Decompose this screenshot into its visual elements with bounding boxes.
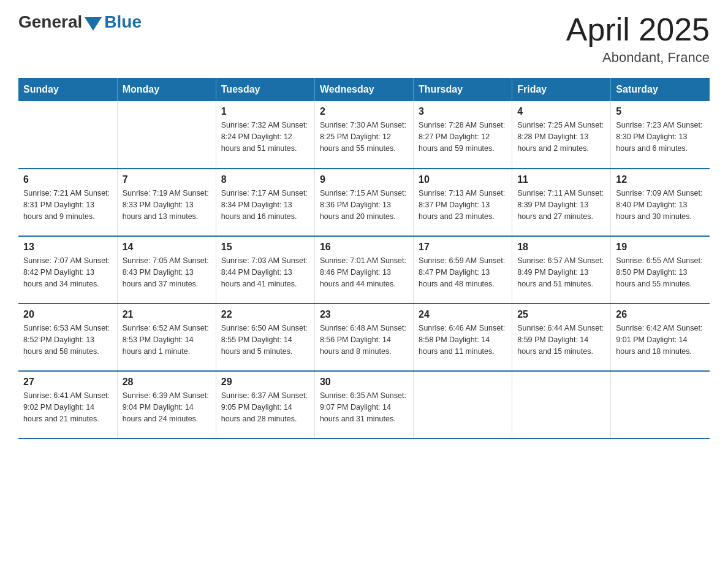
calendar-cell bbox=[414, 371, 512, 439]
calendar-cell: 20Sunrise: 6:53 AM Sunset: 8:52 PM Dayli… bbox=[18, 304, 117, 371]
calendar-cell: 7Sunrise: 7:19 AM Sunset: 8:33 PM Daylig… bbox=[117, 169, 216, 236]
calendar-cell: 2Sunrise: 7:30 AM Sunset: 8:25 PM Daylig… bbox=[314, 101, 413, 169]
day-info: Sunrise: 6:50 AM Sunset: 8:55 PM Dayligh… bbox=[221, 323, 309, 357]
day-info: Sunrise: 7:28 AM Sunset: 8:27 PM Dayligh… bbox=[419, 120, 507, 154]
day-number: 3 bbox=[419, 106, 507, 117]
calendar-cell: 29Sunrise: 6:37 AM Sunset: 9:05 PM Dayli… bbox=[216, 371, 314, 439]
calendar-cell: 1Sunrise: 7:32 AM Sunset: 8:24 PM Daylig… bbox=[216, 101, 314, 169]
column-header-saturday: Saturday bbox=[611, 78, 710, 101]
calendar-cell: 4Sunrise: 7:25 AM Sunset: 8:28 PM Daylig… bbox=[512, 101, 611, 169]
calendar-cell: 11Sunrise: 7:11 AM Sunset: 8:39 PM Dayli… bbox=[512, 169, 611, 236]
day-info: Sunrise: 6:39 AM Sunset: 9:04 PM Dayligh… bbox=[123, 390, 211, 424]
day-number: 27 bbox=[23, 377, 112, 388]
day-number: 7 bbox=[123, 174, 211, 185]
calendar-cell bbox=[18, 101, 117, 169]
calendar-cell bbox=[512, 371, 611, 439]
day-info: Sunrise: 6:35 AM Sunset: 9:07 PM Dayligh… bbox=[320, 390, 408, 424]
day-info: Sunrise: 7:01 AM Sunset: 8:46 PM Dayligh… bbox=[320, 255, 408, 289]
day-info: Sunrise: 7:13 AM Sunset: 8:37 PM Dayligh… bbox=[419, 188, 507, 222]
calendar-cell: 10Sunrise: 7:13 AM Sunset: 8:37 PM Dayli… bbox=[414, 169, 512, 236]
calendar-cell: 21Sunrise: 6:52 AM Sunset: 8:53 PM Dayli… bbox=[117, 304, 216, 371]
day-number: 16 bbox=[320, 242, 408, 253]
day-info: Sunrise: 7:32 AM Sunset: 8:24 PM Dayligh… bbox=[221, 120, 309, 154]
day-number: 5 bbox=[616, 106, 705, 117]
day-info: Sunrise: 6:52 AM Sunset: 8:53 PM Dayligh… bbox=[123, 323, 211, 357]
calendar-cell: 5Sunrise: 7:23 AM Sunset: 8:30 PM Daylig… bbox=[611, 101, 710, 169]
day-info: Sunrise: 7:15 AM Sunset: 8:36 PM Dayligh… bbox=[320, 188, 408, 222]
day-number: 14 bbox=[123, 242, 211, 253]
day-number: 20 bbox=[23, 309, 112, 320]
calendar-cell: 26Sunrise: 6:42 AM Sunset: 9:01 PM Dayli… bbox=[611, 304, 710, 371]
calendar-cell: 15Sunrise: 7:03 AM Sunset: 8:44 PM Dayli… bbox=[216, 236, 314, 304]
calendar-week-row: 1Sunrise: 7:32 AM Sunset: 8:24 PM Daylig… bbox=[18, 101, 710, 169]
day-info: Sunrise: 7:19 AM Sunset: 8:33 PM Dayligh… bbox=[123, 188, 211, 222]
day-number: 9 bbox=[320, 174, 408, 185]
day-info: Sunrise: 6:59 AM Sunset: 8:47 PM Dayligh… bbox=[419, 255, 507, 289]
day-info: Sunrise: 7:09 AM Sunset: 8:40 PM Dayligh… bbox=[616, 188, 705, 222]
calendar-week-row: 13Sunrise: 7:07 AM Sunset: 8:42 PM Dayli… bbox=[18, 236, 710, 304]
day-number: 12 bbox=[616, 174, 705, 185]
day-info: Sunrise: 6:55 AM Sunset: 8:50 PM Dayligh… bbox=[616, 255, 705, 289]
calendar-cell: 17Sunrise: 6:59 AM Sunset: 8:47 PM Dayli… bbox=[414, 236, 512, 304]
calendar-cell: 22Sunrise: 6:50 AM Sunset: 8:55 PM Dayli… bbox=[216, 304, 314, 371]
day-number: 28 bbox=[123, 377, 211, 388]
column-header-sunday: Sunday bbox=[18, 78, 117, 101]
calendar-cell: 3Sunrise: 7:28 AM Sunset: 8:27 PM Daylig… bbox=[414, 101, 512, 169]
day-info: Sunrise: 7:30 AM Sunset: 8:25 PM Dayligh… bbox=[320, 120, 408, 154]
day-info: Sunrise: 7:25 AM Sunset: 8:28 PM Dayligh… bbox=[517, 120, 605, 154]
calendar-cell: 13Sunrise: 7:07 AM Sunset: 8:42 PM Dayli… bbox=[18, 236, 117, 304]
day-info: Sunrise: 6:46 AM Sunset: 8:58 PM Dayligh… bbox=[419, 323, 507, 357]
day-info: Sunrise: 7:21 AM Sunset: 8:31 PM Dayligh… bbox=[23, 188, 112, 222]
calendar-week-row: 6Sunrise: 7:21 AM Sunset: 8:31 PM Daylig… bbox=[18, 169, 710, 236]
calendar-cell: 23Sunrise: 6:48 AM Sunset: 8:56 PM Dayli… bbox=[314, 304, 413, 371]
calendar-cell: 24Sunrise: 6:46 AM Sunset: 8:58 PM Dayli… bbox=[414, 304, 512, 371]
title-section: April 2025 Abondant, France bbox=[566, 12, 710, 66]
column-header-friday: Friday bbox=[512, 78, 611, 101]
day-info: Sunrise: 6:42 AM Sunset: 9:01 PM Dayligh… bbox=[616, 323, 705, 357]
day-info: Sunrise: 7:11 AM Sunset: 8:39 PM Dayligh… bbox=[517, 188, 605, 222]
calendar-cell: 28Sunrise: 6:39 AM Sunset: 9:04 PM Dayli… bbox=[117, 371, 216, 439]
day-number: 25 bbox=[517, 309, 605, 320]
location: Abondant, France bbox=[566, 50, 710, 66]
day-number: 2 bbox=[320, 106, 408, 117]
day-info: Sunrise: 6:57 AM Sunset: 8:49 PM Dayligh… bbox=[517, 255, 605, 289]
day-info: Sunrise: 6:37 AM Sunset: 9:05 PM Dayligh… bbox=[221, 390, 309, 424]
day-info: Sunrise: 7:07 AM Sunset: 8:42 PM Dayligh… bbox=[23, 255, 112, 289]
calendar-cell: 12Sunrise: 7:09 AM Sunset: 8:40 PM Dayli… bbox=[611, 169, 710, 236]
column-header-monday: Monday bbox=[117, 78, 216, 101]
column-header-wednesday: Wednesday bbox=[314, 78, 413, 101]
day-info: Sunrise: 6:48 AM Sunset: 8:56 PM Dayligh… bbox=[320, 323, 408, 357]
logo-blue-text: Blue bbox=[104, 12, 142, 32]
day-number: 30 bbox=[320, 377, 408, 388]
day-info: Sunrise: 6:44 AM Sunset: 8:59 PM Dayligh… bbox=[517, 323, 605, 357]
day-number: 15 bbox=[221, 242, 309, 253]
day-number: 4 bbox=[517, 106, 605, 117]
calendar-cell: 18Sunrise: 6:57 AM Sunset: 8:49 PM Dayli… bbox=[512, 236, 611, 304]
day-info: Sunrise: 7:23 AM Sunset: 8:30 PM Dayligh… bbox=[616, 120, 705, 154]
calendar-week-row: 20Sunrise: 6:53 AM Sunset: 8:52 PM Dayli… bbox=[18, 304, 710, 371]
calendar-cell: 16Sunrise: 7:01 AM Sunset: 8:46 PM Dayli… bbox=[314, 236, 413, 304]
calendar-cell bbox=[117, 101, 216, 169]
day-number: 13 bbox=[23, 242, 112, 253]
calendar-cell: 30Sunrise: 6:35 AM Sunset: 9:07 PM Dayli… bbox=[314, 371, 413, 439]
page-header: General Blue April 2025 Abondant, France bbox=[18, 12, 710, 66]
day-number: 26 bbox=[616, 309, 705, 320]
logo: General Blue bbox=[18, 12, 142, 32]
day-number: 17 bbox=[419, 242, 507, 253]
calendar-cell: 9Sunrise: 7:15 AM Sunset: 8:36 PM Daylig… bbox=[314, 169, 413, 236]
calendar-cell: 8Sunrise: 7:17 AM Sunset: 8:34 PM Daylig… bbox=[216, 169, 314, 236]
calendar-cell: 14Sunrise: 7:05 AM Sunset: 8:43 PM Dayli… bbox=[117, 236, 216, 304]
column-header-tuesday: Tuesday bbox=[216, 78, 314, 101]
day-number: 10 bbox=[419, 174, 507, 185]
day-number: 1 bbox=[221, 106, 309, 117]
calendar-table: SundayMondayTuesdayWednesdayThursdayFrid… bbox=[18, 78, 710, 439]
day-number: 22 bbox=[221, 309, 309, 320]
calendar-cell bbox=[611, 371, 710, 439]
calendar-cell: 19Sunrise: 6:55 AM Sunset: 8:50 PM Dayli… bbox=[611, 236, 710, 304]
day-number: 21 bbox=[123, 309, 211, 320]
day-number: 29 bbox=[221, 377, 309, 388]
month-title: April 2025 bbox=[566, 12, 710, 47]
day-info: Sunrise: 7:17 AM Sunset: 8:34 PM Dayligh… bbox=[221, 188, 309, 222]
day-number: 24 bbox=[419, 309, 507, 320]
day-info: Sunrise: 6:53 AM Sunset: 8:52 PM Dayligh… bbox=[23, 323, 112, 357]
